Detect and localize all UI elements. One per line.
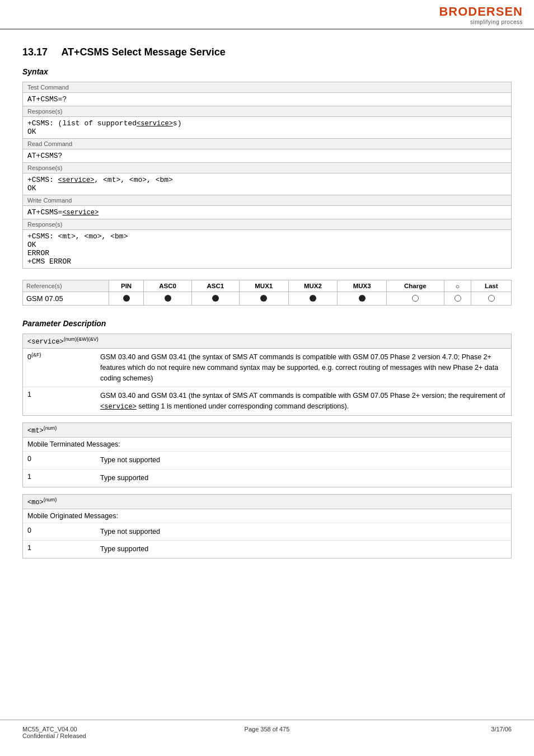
read-command-label-row: Read Command: [23, 139, 512, 149]
empty-circle: [455, 295, 461, 302]
write-response-label-row: Response(s): [23, 219, 512, 230]
read-response-text: +CSMS: <service>, <mt>, <mo>, <bm> OK: [23, 173, 512, 195]
read-command-label: Read Command: [23, 139, 512, 149]
filled-circle: [212, 295, 219, 302]
section-title: 13.17 AT+CSMS Select Message Service: [22, 46, 512, 58]
ref-col-asc0: ASC0: [144, 280, 191, 292]
filled-circle: [310, 295, 316, 302]
param-key-mo-1: 1: [27, 544, 100, 552]
param-block-service: <service>(num)(&W)(&V) 0(&F) GSM 03.40 a…: [22, 334, 512, 416]
param-mo-sup: (num): [44, 497, 57, 503]
test-response-label-row: Response(s): [23, 106, 512, 117]
ref-col-last: Last: [471, 280, 512, 292]
read-response-row: +CSMS: <service>, <mt>, <mo>, <bm> OK: [23, 173, 512, 195]
main-content: 13.17 AT+CSMS Select Message Service Syn…: [0, 30, 534, 588]
footer-confidential: Confidential / Released: [22, 732, 185, 739]
ref-mux1-circle: [239, 292, 288, 306]
footer-date: 3/17/06: [349, 726, 512, 739]
write-command-label: Write Command: [23, 195, 512, 206]
param-row-mo-1: 1 Type supported: [23, 541, 511, 558]
page-header: BRODERSEN simplifying process: [0, 0, 534, 30]
ref-col-mux1: MUX1: [239, 280, 288, 292]
reference-value: GSM 07.05: [23, 292, 109, 306]
filled-circle: [260, 295, 267, 302]
param-header-service: <service>(num)(&W)(&V): [23, 334, 511, 349]
test-command-text: AT+CSMS=?: [23, 93, 512, 106]
param-block-mo: <mo>(num) Mobile Originated Messages: 0 …: [22, 494, 512, 559]
param-key-mt-0: 0: [27, 455, 100, 463]
filled-circle: [123, 295, 130, 302]
ref-pin-circle: [109, 292, 144, 306]
param-body-service: 0(&F) GSM 03.40 and GSM 03.41 (the synta…: [23, 349, 511, 415]
ref-last-circle: [471, 292, 512, 306]
reference-header-row: Reference(s) PIN ASC0 ASC1 MUX1 MUX2 MUX…: [23, 280, 512, 292]
section-heading: AT+CSMS Select Message Service: [61, 46, 225, 58]
empty-circle: [488, 295, 495, 302]
param-desc-service-0: GSM 03.40 and GSM 03.41 (the syntax of S…: [100, 352, 507, 383]
test-response-row: +CSMS: (list of supported<service>s) OK: [23, 117, 512, 139]
write-response-label: Response(s): [23, 219, 512, 230]
reference-data-row: GSM 07.05: [23, 292, 512, 306]
test-command-label-row: Test Command: [23, 82, 512, 93]
logo-brand: BRODERSEN: [439, 4, 523, 19]
ref-asc0-circle: [144, 292, 191, 306]
logo-tagline: simplifying process: [439, 19, 523, 25]
param-row-service-1: 1 GSM 03.40 and GSM 03.41 (the syntax of…: [23, 387, 511, 415]
param-key-0-sup: (&F): [31, 352, 41, 358]
param-desc-mo-1: Type supported: [100, 544, 507, 555]
logo-area: BRODERSEN simplifying process: [439, 4, 523, 25]
filled-circle: [359, 295, 366, 302]
param-row-mt-0: 0 Type not supported: [23, 452, 511, 469]
ref-col-charge: Charge: [387, 280, 444, 292]
test-command-label: Test Command: [23, 82, 512, 93]
syntax-subtitle: Syntax: [22, 67, 512, 76]
ref-asc1-circle: [191, 292, 239, 306]
write-response-row: +CSMS: <mt>, <mo>, <bm> OK ERROR +CMS ER…: [23, 230, 512, 269]
param-desc-service-1: GSM 03.40 and GSM 03.41 (the syntax of S…: [100, 391, 507, 412]
param-key-mo-0: 0: [27, 527, 100, 534]
page-footer: MC55_ATC_V04.00 Confidential / Released …: [0, 720, 534, 745]
test-response-text: +CSMS: (list of supported<service>s) OK: [23, 117, 512, 139]
empty-circle: [412, 295, 419, 302]
param-desc-mt-0: Type not supported: [100, 455, 507, 466]
param-mt-sup: (num): [44, 425, 57, 431]
ref-charge-circle: [387, 292, 444, 306]
test-response-label: Response(s): [23, 106, 512, 117]
param-header-mt: <mt>(num): [23, 423, 511, 438]
param-body-mo: Mobile Originated Messages: 0 Type not s…: [23, 509, 511, 558]
param-key-service-1: 1: [27, 391, 100, 398]
test-command-row: AT+CSMS=?: [23, 93, 512, 106]
param-mt-mono: <mt>: [27, 427, 44, 435]
param-row-mt-1: 1 Type supported: [23, 469, 511, 487]
param-key-service-0: 0(&F): [27, 352, 100, 361]
param-row-mo-0: 0 Type not supported: [23, 523, 511, 541]
write-command-label-row: Write Command: [23, 195, 512, 206]
param-desc-mt-1: Type supported: [100, 473, 507, 483]
param-service-mono: <service>: [27, 338, 64, 346]
footer-center: Page 358 of 475: [185, 726, 348, 739]
ref-sun-circle: [444, 292, 471, 306]
write-response-text: +CSMS: <mt>, <mo>, <bm> OK ERROR +CMS ER…: [23, 230, 512, 269]
ref-mux3-circle: [338, 292, 387, 306]
param-row-service-0: 0(&F) GSM 03.40 and GSM 03.41 (the synta…: [23, 349, 511, 387]
param-header-mo: <mo>(num): [23, 495, 511, 509]
read-command-row: AT+CSMS?: [23, 149, 512, 163]
param-desc-mo-0: Type not supported: [100, 527, 507, 537]
param-body-mt: Mobile Terminated Messages: 0 Type not s…: [23, 438, 511, 487]
ref-mux2-circle: [288, 292, 338, 306]
footer-left: MC55_ATC_V04.00 Confidential / Released: [22, 726, 185, 739]
ref-col-asc1: ASC1: [191, 280, 239, 292]
mo-section-label: Mobile Originated Messages:: [23, 509, 511, 523]
param-block-mt: <mt>(num) Mobile Terminated Messages: 0 …: [22, 422, 512, 487]
filled-circle: [165, 295, 171, 302]
read-response-label: Response(s): [23, 163, 512, 173]
write-command-row: AT+CSMS=<service>: [23, 206, 512, 219]
reference-label: Reference(s): [23, 280, 109, 292]
read-response-label-row: Response(s): [23, 163, 512, 173]
ref-col-mux3: MUX3: [338, 280, 387, 292]
reference-table: Reference(s) PIN ASC0 ASC1 MUX1 MUX2 MUX…: [22, 280, 512, 306]
section-number: 13.17: [22, 46, 48, 58]
param-description-subtitle: Parameter Description: [22, 319, 512, 328]
ref-col-mux2: MUX2: [288, 280, 338, 292]
read-command-text: AT+CSMS?: [23, 149, 512, 163]
